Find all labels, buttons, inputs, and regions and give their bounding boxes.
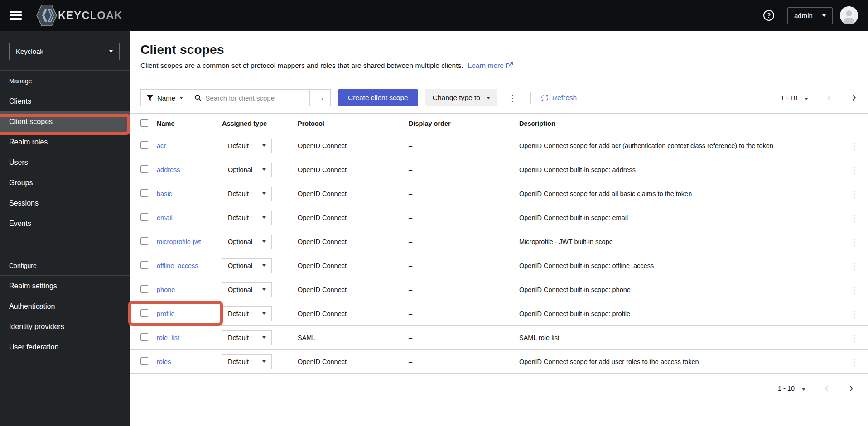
learn-more-link[interactable]: Learn more: [468, 62, 504, 69]
change-type-dropdown[interactable]: Change type to: [425, 89, 497, 106]
row-checkbox[interactable]: [140, 357, 148, 365]
row-kebab-menu[interactable]: ⋮: [846, 236, 862, 248]
realm-selector-dropdown[interactable]: Keycloak: [9, 43, 120, 60]
assigned-type-select[interactable]: Default: [222, 139, 272, 153]
row-kebab-menu[interactable]: ⋮: [846, 284, 862, 296]
sidebar-item-realm-roles[interactable]: Realm roles: [0, 132, 130, 152]
row-kebab-menu[interactable]: ⋮: [846, 164, 862, 176]
scope-name-link[interactable]: phone: [157, 286, 222, 293]
scope-name-link[interactable]: roles: [157, 358, 222, 365]
sidebar-item-clients[interactable]: Clients: [0, 91, 130, 111]
row-kebab-menu[interactable]: ⋮: [846, 332, 862, 344]
chevron-down-icon: [262, 264, 266, 267]
row-kebab-menu[interactable]: ⋮: [846, 308, 862, 320]
sidebar-item-realm-settings[interactable]: Realm settings: [0, 276, 130, 296]
row-checkbox[interactable]: [140, 261, 148, 269]
sidebar-item-sessions[interactable]: Sessions: [0, 193, 130, 213]
pagination-prev-button[interactable]: [824, 385, 830, 392]
sidebar-item-user-federation[interactable]: User federation: [0, 337, 130, 357]
protocol-cell: OpenID Connect: [298, 214, 409, 221]
sidebar-item-identity-providers[interactable]: Identity providers: [0, 316, 130, 337]
display-order-cell: –: [409, 358, 519, 365]
display-order-cell: –: [409, 166, 519, 173]
row-kebab-menu[interactable]: ⋮: [846, 356, 862, 368]
chevron-down-icon: [262, 336, 266, 339]
protocol-cell: OpenID Connect: [298, 190, 409, 197]
sidebar-item-users[interactable]: Users: [0, 152, 130, 172]
table-row: basic Default OpenID Connect – OpenID Co…: [130, 182, 868, 206]
pagination-next-button[interactable]: [851, 95, 857, 101]
row-checkbox[interactable]: [140, 309, 148, 317]
select-all-checkbox[interactable]: [140, 119, 148, 127]
row-checkbox[interactable]: [140, 189, 148, 197]
scope-name-link[interactable]: offline_access: [157, 262, 222, 269]
sidebar-item-events[interactable]: Events: [0, 213, 130, 234]
scope-name-link[interactable]: basic: [157, 190, 222, 197]
divider: [530, 92, 531, 104]
avatar[interactable]: [840, 6, 858, 24]
chevron-down-icon: [262, 288, 266, 291]
search-submit-button[interactable]: →: [310, 89, 331, 106]
hamburger-menu-icon[interactable]: [10, 11, 22, 20]
row-kebab-menu[interactable]: ⋮: [846, 188, 862, 200]
description-cell: OpenID Connect scope for add all basic c…: [519, 190, 846, 197]
chevron-left-icon: [826, 95, 833, 101]
assigned-type-select[interactable]: Default: [222, 187, 272, 201]
assigned-type-select[interactable]: Optional: [222, 163, 272, 177]
pagination-dropdown[interactable]: [805, 95, 808, 101]
protocol-cell: OpenID Connect: [298, 238, 409, 245]
assigned-type-select[interactable]: Optional: [222, 235, 272, 249]
search-icon: [195, 94, 201, 101]
scope-name-link[interactable]: role_list: [157, 334, 222, 341]
sidebar-item-authentication[interactable]: Authentication: [0, 296, 130, 316]
table-row: address Optional OpenID Connect – OpenID…: [130, 158, 868, 182]
assigned-type-select[interactable]: Optional: [222, 282, 272, 297]
scope-name-link[interactable]: email: [157, 214, 222, 221]
row-checkbox[interactable]: [140, 237, 148, 245]
create-client-scope-button[interactable]: Create client scope: [338, 89, 418, 106]
assigned-type-select[interactable]: Default: [222, 306, 272, 321]
row-kebab-menu[interactable]: ⋮: [846, 140, 862, 152]
row-checkbox[interactable]: [140, 165, 148, 173]
scope-name-link[interactable]: address: [157, 166, 222, 173]
toolbar-kebab-menu[interactable]: ⋮: [505, 92, 521, 104]
scope-name-link[interactable]: microprofile-jwt: [157, 238, 222, 245]
pagination-range: 1 - 10: [778, 385, 795, 392]
assigned-type-select[interactable]: Default: [222, 354, 272, 369]
realm-selector-value: Keycloak: [16, 48, 43, 55]
row-checkbox[interactable]: [140, 141, 148, 149]
pagination-dropdown[interactable]: [802, 385, 805, 392]
sidebar-item-groups[interactable]: Groups: [0, 172, 130, 193]
pagination-prev-button[interactable]: [826, 95, 833, 101]
page-description: Client scopes are a common set of protoc…: [140, 62, 857, 70]
protocol-cell: OpenID Connect: [298, 142, 409, 149]
pagination-next-button[interactable]: [848, 385, 854, 392]
user-menu-label: admin: [794, 12, 813, 19]
table-row: profile Default OpenID Connect – OpenID …: [130, 302, 868, 326]
scope-name-link[interactable]: profile: [157, 310, 222, 317]
refresh-button[interactable]: Refresh: [541, 94, 577, 102]
row-checkbox[interactable]: [140, 285, 148, 293]
nav-section-configure: Configure: [0, 255, 130, 275]
assigned-type-select[interactable]: Default: [222, 211, 272, 225]
chevron-right-icon: [851, 95, 857, 101]
user-menu-dropdown[interactable]: admin: [787, 7, 833, 24]
scope-name-link[interactable]: acr: [157, 142, 222, 149]
sidebar-item-client-scopes[interactable]: Client scopes: [0, 111, 130, 132]
search-input[interactable]: [205, 94, 304, 102]
page-description-text: Client scopes are a common set of protoc…: [140, 62, 463, 69]
help-icon[interactable]: ?: [763, 10, 775, 21]
display-order-cell: –: [409, 238, 519, 245]
assigned-type-select[interactable]: Default: [222, 330, 272, 345]
sidebar: Keycloak Manage ClientsClient scopesReal…: [0, 31, 130, 426]
column-header-protocol: Protocol: [298, 120, 409, 127]
row-checkbox[interactable]: [140, 213, 148, 221]
row-kebab-menu[interactable]: ⋮: [846, 260, 862, 272]
search-filter-group: Name →: [140, 89, 331, 106]
bottom-pagination: 1 - 10: [130, 374, 868, 392]
table-header-row: Name Assigned type Protocol Display orde…: [130, 114, 868, 134]
filter-type-dropdown[interactable]: Name: [140, 89, 189, 106]
assigned-type-select[interactable]: Optional: [222, 258, 272, 273]
row-kebab-menu[interactable]: ⋮: [846, 212, 862, 224]
row-checkbox[interactable]: [140, 333, 148, 341]
